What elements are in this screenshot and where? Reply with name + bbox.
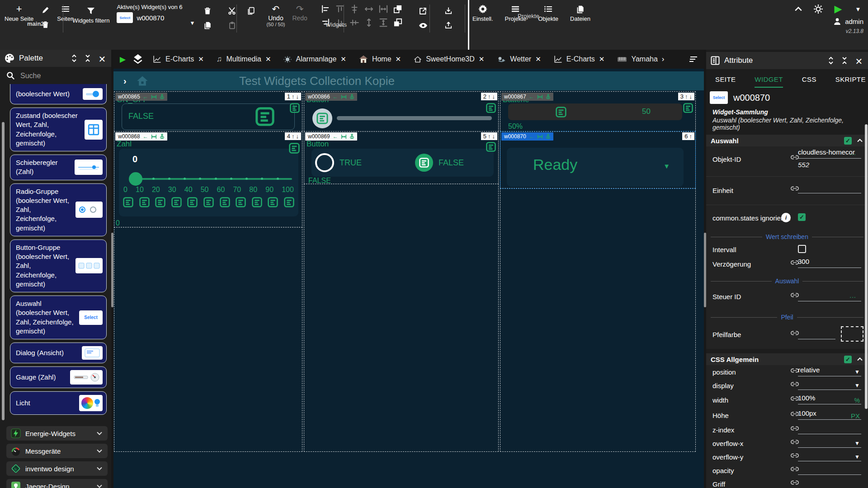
pages-button[interactable]: Seiten — [57, 4, 74, 22]
redo-button[interactable]: ↷ Redo — [292, 4, 307, 22]
chevron-up-icon[interactable] — [856, 356, 863, 363]
widget-id-badge[interactable]: w000869 ← — [305, 132, 357, 141]
palette-widget-schieberegler[interactable]: Schieberegler (Zahl) — [10, 155, 107, 180]
overflow-x-select[interactable] — [798, 437, 861, 448]
equal-height-icon[interactable] — [379, 18, 388, 27]
align-center-vertical-icon[interactable] — [350, 18, 359, 27]
equal-width-icon[interactable] — [379, 5, 388, 14]
steuer-id-more-button[interactable]: ... — [849, 292, 856, 299]
tab-alarmanlage[interactable]: Alarmanlage ✕ — [283, 55, 346, 63]
section-auswahl-header[interactable]: Auswahl ✓ — [706, 135, 868, 146]
tab-widget[interactable]: WIDGET — [755, 75, 783, 88]
pfeilfarbe-color-picker[interactable] — [841, 326, 863, 342]
collapse-toolbar-icon[interactable] — [793, 4, 804, 14]
verzoegerung-input[interactable]: 300 — [798, 258, 861, 268]
cut-widget-button[interactable] — [226, 5, 237, 16]
layers-icon[interactable] — [133, 54, 143, 65]
slider-widget-body[interactable]: 0 010 2030 4050 6070 8090 100 — [119, 149, 298, 216]
widget-order-badge[interactable]: 6 ↑ — [682, 132, 694, 140]
widget-w000867[interactable]: w000867 ← 3 ↑ ↓ Batterie 50 50% — [500, 91, 696, 132]
category-inventwo-design[interactable]: i₂ inventwo design — [6, 461, 108, 476]
widget-w000870-selected[interactable]: w000870 ← 6 ↑ Ready ▼ — [500, 131, 696, 189]
state-widget-body[interactable]: FALSE — [122, 103, 295, 130]
category-energie-widgets[interactable]: Energie-Widgets — [6, 426, 108, 441]
empty-cell[interactable] — [500, 188, 696, 452]
widget-w000869[interactable]: w000869 ← 5 ↑ ↓ Button TRUE — [304, 131, 499, 184]
widget-select-caret-icon[interactable]: ▼ — [190, 20, 195, 26]
section-css-header[interactable]: CSS Allgemein ✓ — [706, 353, 868, 365]
toggle-knob[interactable] — [312, 108, 332, 128]
position-select[interactable]: relative — [798, 366, 861, 376]
attributes-scrollbar[interactable] — [865, 124, 868, 409]
widget-order-badge[interactable]: 2 ↑ ↓ — [481, 93, 497, 100]
close-panel-icon[interactable]: ✕ — [98, 54, 107, 63]
tab-e-charts-1[interactable]: E-Charts ✕ — [153, 55, 204, 63]
collapse-panel-icon[interactable] — [841, 56, 850, 65]
run-view-icon[interactable]: ▶ — [120, 55, 126, 64]
palette-widget-licht[interactable]: Licht — [10, 391, 107, 415]
close-tab-icon[interactable]: ✕ — [535, 55, 541, 63]
width-input[interactable]: 100% — [798, 394, 861, 404]
opacity-input[interactable] — [798, 465, 861, 475]
info-icon[interactable]: i — [781, 213, 791, 222]
unfold-panel-icon[interactable] — [827, 56, 836, 65]
unfold-panel-icon[interactable] — [71, 54, 80, 63]
dropdown-caret-icon[interactable]: ▼ — [854, 369, 860, 375]
width-unit[interactable]: % — [854, 397, 860, 404]
battery-widget-body[interactable]: 50 — [508, 103, 682, 120]
dropdown-caret-icon[interactable]: ▼ — [854, 382, 860, 389]
widget-id-badge[interactable]: w000867 ← — [501, 93, 553, 101]
tabbar-menu-icon[interactable] — [689, 56, 698, 63]
delete-widget-button[interactable] — [202, 5, 213, 16]
category-jaeger-design[interactable]: Jaeger-Design — [6, 479, 108, 488]
send-to-back-icon[interactable] — [393, 18, 402, 27]
empty-cell[interactable] — [304, 183, 499, 452]
category-messgeraete[interactable]: Messgeräte — [6, 444, 108, 458]
settings-button[interactable]: Einstell. — [472, 4, 493, 22]
run-project-icon[interactable]: ▶ — [833, 4, 844, 14]
widget-menu-icon[interactable] — [289, 103, 300, 113]
files-button[interactable]: Dateien — [570, 4, 590, 22]
close-panel-icon[interactable]: ✕ — [854, 56, 863, 65]
tab-skripte[interactable]: SKRIPTE — [835, 75, 866, 88]
close-tab-icon[interactable]: ✕ — [265, 55, 271, 63]
tab-e-charts-2[interactable]: E-Charts ✕ — [554, 55, 605, 63]
run-options-caret-icon[interactable]: ▼ — [853, 4, 863, 14]
widget-id-badge[interactable]: w000865 ← — [115, 93, 167, 101]
pfeilfarbe-input[interactable] — [798, 329, 835, 339]
select-widget-body[interactable]: Ready ▼ — [507, 148, 684, 187]
distribute-horizontal-icon[interactable] — [364, 5, 373, 14]
widget-id-badge[interactable]: w000870 ← — [501, 132, 553, 141]
copy-widget-button[interactable] — [245, 5, 256, 16]
edit-page-button[interactable] — [40, 5, 51, 15]
align-left-icon[interactable] — [321, 5, 330, 14]
align-top-icon[interactable] — [335, 5, 344, 14]
widget-order-badge[interactable]: 5 ↑ ↓ — [481, 132, 497, 140]
tab-home[interactable]: Home ✕ — [359, 55, 401, 63]
palette-widget-zustand[interactable]: Zustand (boolescher Wert, Zahl, Zeichenf… — [10, 108, 107, 151]
preview-eye-icon[interactable] — [418, 20, 429, 31]
widget-menu-icon[interactable] — [486, 103, 496, 113]
common-states-checkbox[interactable]: ✓ — [798, 213, 806, 221]
palette-widget-gauge[interactable]: Gauge (Zahl) — [10, 366, 107, 388]
dropdown-caret-icon[interactable]: ▼ — [854, 454, 860, 460]
widget-w000865[interactable]: w000865 ← 1 ↑ ↓ ON_OFF FALSE — [114, 91, 302, 132]
palette-widget-switch[interactable]: (boolescher Wert) — [10, 84, 107, 104]
close-tab-icon[interactable]: ✕ — [396, 55, 401, 63]
chevron-up-icon[interactable] — [856, 137, 863, 144]
tab-css[interactable]: CSS — [802, 75, 816, 88]
collapse-panel-icon[interactable] — [84, 54, 93, 63]
export-widgets-icon[interactable] — [443, 20, 454, 31]
paste-widget-button[interactable] — [226, 20, 237, 31]
close-tab-icon[interactable]: ✕ — [599, 55, 605, 63]
radio-option-false[interactable]: FALSE — [415, 154, 464, 172]
widget-select[interactable]: Select w000870 — [117, 12, 182, 23]
open-view-in-new-icon[interactable] — [418, 5, 429, 16]
close-tab-icon[interactable]: ✕ — [198, 55, 204, 63]
distribute-vertical-icon[interactable] — [364, 18, 373, 27]
bring-to-front-icon[interactable] — [393, 5, 402, 14]
einheit-input[interactable] — [798, 183, 861, 193]
section-enabled-checkbox[interactable]: ✓ — [844, 137, 852, 145]
close-tab-icon[interactable]: ✕ — [479, 55, 485, 63]
objects-button[interactable]: Objekte — [538, 4, 558, 22]
